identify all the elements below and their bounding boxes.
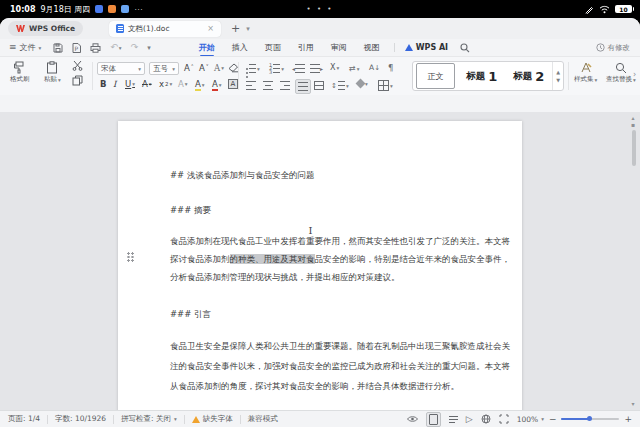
- shading-button[interactable]: ▾: [357, 80, 368, 87]
- app-icon-blue[interactable]: [95, 5, 103, 13]
- doc-tab-title: 文档(1).doc: [128, 24, 169, 34]
- modified-status: 有修改: [596, 43, 631, 53]
- spell-check-toggle[interactable]: 拼写检查: 关闭▾: [121, 414, 177, 424]
- page-layout-view-button[interactable]: [426, 412, 441, 427]
- compat-mode-indicator[interactable]: 兼容模式: [248, 414, 278, 424]
- wps-office-button[interactable]: WPS Office: [8, 21, 83, 36]
- highlight-color-button[interactable]: A▾: [195, 79, 205, 91]
- numbered-list-button[interactable]: 123▾: [269, 64, 284, 74]
- decrease-font-button[interactable]: A˅: [199, 63, 209, 73]
- distribute-button[interactable]: [314, 81, 324, 90]
- web-view-button[interactable]: [481, 414, 491, 424]
- style-gallery-arrows: ▲ ▼: [552, 62, 563, 90]
- export-pdf-icon[interactable]: P: [72, 43, 81, 53]
- sort-button[interactable]: A↓: [369, 63, 380, 72]
- missing-font-warning[interactable]: 缺失字体: [192, 414, 233, 424]
- font-size-caret-icon: ▾: [172, 66, 175, 72]
- zoom-slider-knob[interactable]: [587, 416, 592, 421]
- font-family-select[interactable]: 宋体 ▾: [97, 62, 145, 75]
- toolbar-collapse-icon[interactable]: ▾: [147, 44, 151, 52]
- new-tab-button[interactable]: +: [231, 23, 240, 34]
- vertical-scrollbar-thumb[interactable]: [632, 130, 636, 166]
- font-color-button[interactable]: A▾: [212, 79, 222, 91]
- scroll-down-button[interactable]: ▾: [629, 400, 637, 407]
- formatting-marks-button[interactable]: ¶: [388, 63, 393, 73]
- bullet-list-button[interactable]: ▾: [246, 64, 260, 73]
- document-page[interactable]: ## 浅谈食品添加剂与食品安全的问题 ### 摘要 食品添加剂在现代食品工业中发…: [118, 121, 522, 410]
- search-icon[interactable]: [460, 43, 470, 53]
- format-painter-button[interactable]: 格式刷: [10, 61, 30, 84]
- redo-icon[interactable]: ↷: [131, 43, 139, 52]
- font-size-select[interactable]: 五号 ▾: [149, 62, 179, 75]
- decrease-indent-button[interactable]: ◂: [292, 64, 305, 73]
- align-right-button[interactable]: [280, 81, 290, 90]
- style-heading-2[interactable]: 标题2: [505, 62, 552, 90]
- ribbon-more-chevron-icon[interactable]: ›: [633, 70, 636, 79]
- text-outline-button[interactable]: A▾: [178, 79, 188, 89]
- zoom-slider[interactable]: [561, 418, 619, 420]
- tab-view[interactable]: 视图: [364, 42, 380, 53]
- tab-insert[interactable]: 插入: [232, 42, 248, 53]
- tab-review[interactable]: 审阅: [331, 42, 347, 53]
- style-set-icon: [580, 62, 592, 74]
- tab-list-caret-icon[interactable]: ▾: [246, 25, 250, 33]
- paste-button[interactable]: 粘贴▾: [44, 61, 61, 84]
- doc-heading-title: ## 浅谈食品添加剂与食品安全的问题: [170, 170, 506, 182]
- character-shading-button[interactable]: A: [228, 79, 238, 89]
- zoom-out-button[interactable]: −: [549, 414, 557, 424]
- save-icon[interactable]: [53, 43, 63, 53]
- asian-layout-button[interactable]: X▾: [330, 63, 339, 72]
- tab-reference[interactable]: 引用: [298, 42, 314, 53]
- document-area[interactable]: ## 浅谈食品添加剂与食品安全的问题 ### 摘要 食品添加剂在现代食品工业中发…: [0, 112, 640, 410]
- tab-close-icon[interactable]: ×: [207, 24, 214, 33]
- file-menu[interactable]: ≡ 文件 ▾: [9, 42, 41, 53]
- zoom-in-button[interactable]: +: [624, 414, 632, 424]
- tab-page[interactable]: 页面: [265, 42, 281, 53]
- more-apps-icon[interactable]: ⋯: [134, 5, 142, 14]
- tab-home[interactable]: 开始: [199, 42, 215, 53]
- wps-ai-button[interactable]: WPS AI: [405, 43, 448, 52]
- app-icon-lightblue[interactable]: [121, 5, 129, 13]
- justify-button[interactable]: [295, 79, 311, 94]
- undo-icon[interactable]: ↶: [110, 43, 118, 52]
- style-gallery-up-icon[interactable]: ▲: [556, 69, 560, 75]
- group-divider: [92, 62, 93, 90]
- fullscreen-read-button[interactable]: ▷: [466, 415, 473, 424]
- scroll-up-button[interactable]: ▴▪: [629, 114, 637, 128]
- align-center-button[interactable]: [263, 81, 273, 90]
- increase-indent-button[interactable]: ▸: [310, 64, 323, 73]
- bold-button[interactable]: B: [100, 79, 106, 89]
- cut-icon[interactable]: [72, 60, 83, 71]
- fit-page-button[interactable]: [499, 414, 509, 424]
- paragraph-layout-button[interactable]: ⇄▾: [349, 64, 359, 73]
- find-replace-button[interactable]: 查找替换▾: [606, 62, 636, 84]
- page-indicator[interactable]: 页面: 1/4: [8, 414, 40, 424]
- document-tab[interactable]: 文档(1).doc ×: [109, 21, 221, 37]
- decrease-font-label: A: [199, 63, 205, 73]
- app-icon-orange[interactable]: [108, 5, 116, 13]
- align-left-button[interactable]: [246, 81, 256, 90]
- app-name: WPS Office: [29, 24, 75, 33]
- print-icon[interactable]: [90, 43, 101, 53]
- line-spacing-button[interactable]: ↕▾: [331, 81, 349, 90]
- strikethrough-button[interactable]: A▾: [142, 79, 152, 89]
- copy-icon[interactable]: [72, 75, 83, 86]
- underline-button[interactable]: U▾: [125, 79, 135, 89]
- style-gallery-down-icon[interactable]: ▼: [556, 77, 560, 83]
- word-count[interactable]: 字数: 10/1926: [55, 414, 106, 424]
- text-effects-button[interactable]: A▾: [214, 63, 224, 73]
- style-body-text[interactable]: 正文: [416, 63, 455, 89]
- web-layout-view-button[interactable]: [449, 415, 458, 424]
- zoom-level-select[interactable]: 100%▾: [517, 415, 544, 424]
- find-replace-icon: [615, 62, 627, 74]
- paste-caret-icon: ▾: [58, 77, 61, 83]
- superscript-button[interactable]: x2▾: [159, 79, 172, 89]
- style-heading-1[interactable]: 标题1: [458, 62, 505, 90]
- paragraph-drag-handle[interactable]: [127, 252, 134, 262]
- borders-button[interactable]: ▾: [378, 80, 393, 91]
- italic-button[interactable]: I: [113, 79, 116, 89]
- increase-font-button[interactable]: A˄: [184, 63, 194, 73]
- eye-icon[interactable]: [407, 415, 418, 423]
- style-set-button[interactable]: 样式集▾: [574, 62, 597, 84]
- undo-caret-icon[interactable]: ▾: [119, 45, 122, 51]
